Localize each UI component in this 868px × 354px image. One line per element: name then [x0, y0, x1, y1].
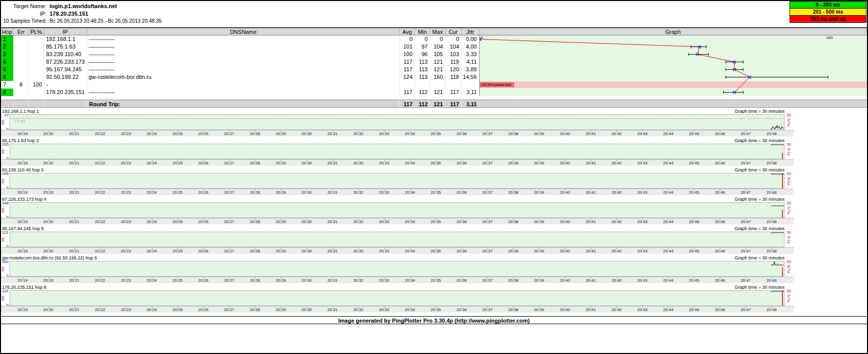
time-label: 20:42	[611, 249, 622, 253]
time-tick	[178, 160, 178, 161]
avg-cell: 117	[400, 58, 415, 66]
time-label: 20:19	[18, 131, 28, 136]
time-label: 20:34	[405, 190, 415, 195]
target-name-line: Target Name:login.p1.worldoftanks.net	[1, 3, 117, 9]
time-label: 20:39	[534, 190, 544, 195]
time-label: 20:23	[121, 219, 131, 224]
plot-svg	[10, 261, 784, 276]
y-axis: 105ms0	[1, 144, 10, 159]
time-label: 20:48	[766, 161, 776, 165]
time-label: 20:19	[18, 190, 28, 195]
strip-chart: 85.175.1.63 hop 2Graph time = 30 minutes…	[1, 138, 867, 167]
latency-trace-graph: 0 160 100,00% packet loss	[479, 35, 867, 96]
time-tick	[281, 218, 281, 220]
time-label: 20:45	[689, 190, 699, 195]
pl-axis: 30PL%	[785, 261, 794, 277]
time-label: 20:24	[147, 307, 157, 312]
chart-title: 87.226.233.173 hop 4	[2, 197, 47, 202]
time-axis: 20:1920:2020:2120:2220:2320:2420:2520:26…	[1, 159, 794, 166]
time-tick	[668, 248, 669, 249]
y-axis: 105ms0	[1, 173, 10, 189]
time-tick	[384, 160, 385, 161]
chart-plot	[10, 173, 784, 189]
time-label: 20:47	[740, 161, 751, 165]
time-label: 20:39	[534, 249, 544, 253]
time-tick	[178, 130, 178, 132]
time-label: 20:21	[69, 278, 79, 283]
jitter-cell: 3,33	[462, 51, 479, 58]
time-label: 20:38	[508, 161, 518, 165]
time-tick	[74, 248, 75, 249]
err-cell	[14, 73, 29, 81]
time-label: 20:37	[482, 219, 492, 224]
time-label: 20:26	[198, 190, 209, 195]
time-label: 20:34	[405, 219, 415, 224]
time-tick	[436, 306, 436, 308]
legend-item: 0 - 200 ms	[790, 1, 866, 9]
target-name-label: Target Name:	[1, 3, 47, 9]
time-tick	[74, 130, 75, 132]
time-tick	[384, 218, 385, 220]
pl-axis-label: PL%	[787, 206, 791, 214]
pl-axis-max: 30	[787, 259, 791, 264]
pl-cell	[29, 51, 44, 58]
time-label: 20:32	[353, 219, 363, 224]
jitter-cell: 4,11	[462, 58, 479, 66]
time-tick	[694, 130, 694, 132]
time-tick	[126, 248, 127, 249]
time-tick	[281, 248, 281, 249]
svg-text:100,00% packet loss: 100,00% packet loss	[481, 83, 512, 87]
time-label: 20:35	[431, 190, 441, 195]
time-label: 20:42	[611, 307, 622, 312]
rt-ip-cell	[44, 100, 87, 107]
column-header: Max	[430, 28, 445, 35]
time-label: 20:26	[198, 278, 209, 283]
time-label: 20:22	[95, 249, 105, 253]
chart-header: 85.175.1.63 hop 2Graph time = 30 minutes	[1, 138, 867, 144]
time-label: 20:37	[482, 278, 492, 283]
time-label: 20:33	[379, 278, 389, 283]
time-label: 20:33	[379, 249, 389, 253]
time-tick	[49, 306, 49, 308]
jitter-cell: 3,89	[462, 66, 479, 73]
time-label: 20:46	[715, 307, 725, 312]
time-tick	[307, 160, 307, 161]
time-tick	[513, 248, 514, 249]
time-label: 20:28	[250, 249, 260, 253]
time-label: 20:24	[147, 131, 157, 136]
table-spacer	[1, 96, 867, 100]
time-tick	[255, 218, 256, 220]
time-label: 20:29	[276, 307, 286, 312]
time-label: 20:43	[637, 131, 647, 136]
time-tick	[255, 277, 256, 279]
time-tick	[410, 277, 410, 279]
graph-time-label: Graph time = 30 minutes	[734, 226, 784, 232]
time-tick	[616, 218, 617, 220]
time-label: 20:44	[663, 219, 673, 224]
time-tick	[23, 130, 23, 132]
time-label: 20:43	[637, 219, 647, 224]
time-label: 20:37	[482, 249, 492, 253]
time-label: 20:25	[173, 278, 183, 283]
chart-title: 178.20.235.151 hop 8	[2, 285, 47, 290]
time-tick	[307, 189, 307, 191]
time-label: 20:41	[586, 249, 596, 253]
time-label: 20:32	[353, 131, 363, 136]
time-tick	[565, 248, 565, 249]
time-label: 20:32	[353, 249, 363, 253]
time-tick	[126, 130, 127, 132]
samples-line: 10 Samples Timed:Bc 26.05.2013 20:48:25 …	[1, 18, 161, 24]
time-label: 20:22	[95, 307, 105, 312]
time-label: 20:43	[637, 190, 647, 195]
avg-cell: 124	[400, 73, 415, 81]
time-tick	[333, 130, 333, 132]
dns-cell: --------------	[87, 88, 400, 96]
time-label: 20:32	[353, 278, 363, 283]
chart-header: gw-rostelecom-bor.dtln.ru (92.50.199.22)…	[1, 255, 867, 261]
time-tick	[720, 189, 720, 191]
time-tick	[668, 218, 669, 220]
time-label: 20:46	[715, 190, 725, 195]
time-label: 20:27	[224, 307, 234, 312]
time-label: 20:27	[224, 161, 234, 165]
time-label: 20:30	[302, 161, 312, 165]
